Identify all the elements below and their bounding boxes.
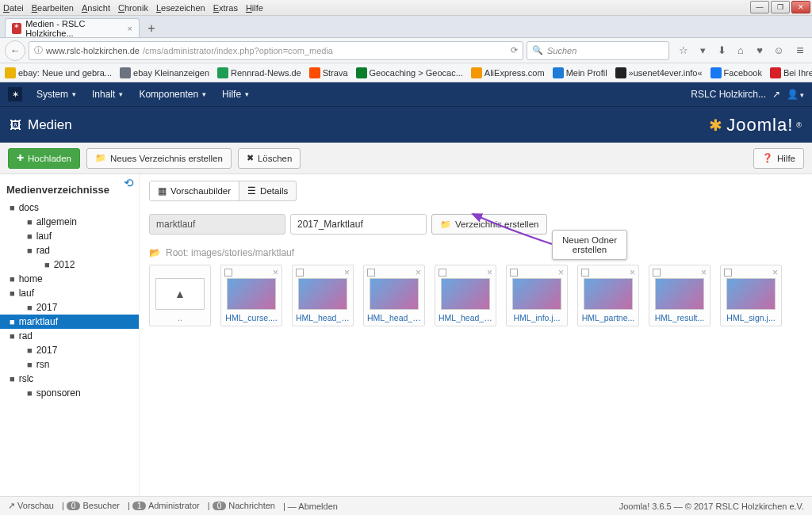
download-icon[interactable]: ⬇ — [715, 44, 728, 57]
menu-komponenten[interactable]: Komponenten — [132, 89, 213, 100]
thumb-delete-icon[interactable]: × — [416, 267, 421, 278]
new-folder-input[interactable] — [290, 214, 427, 235]
thumbnail-image — [441, 278, 490, 310]
url-bar[interactable]: ⓘ www.rslc-holzkirchen.de/cms/administra… — [29, 41, 523, 60]
joomla-mark-icon: ✱ — [709, 116, 723, 135]
media-thumbnail[interactable]: ×HML_curse.... — [220, 265, 282, 326]
thumb-caption: HML_partne... — [581, 313, 635, 322]
create-folder-button[interactable]: 📁Verzeichnis erstellen — [431, 214, 547, 235]
bookmark-item[interactable]: AliExpress.com — [471, 67, 545, 78]
media-thumbnail[interactable]: ×HML_head_2... — [363, 265, 425, 326]
folder-icon: ■ — [27, 231, 33, 241]
folder-icon: ■ — [10, 274, 15, 284]
new-tab-button[interactable]: + — [143, 20, 160, 37]
tree-node[interactable]: ■2017 — [0, 343, 139, 357]
thumb-checkbox[interactable] — [439, 269, 446, 277]
window-minimize-button[interactable]: — — [750, 1, 769, 13]
bookmark-item[interactable]: Bei Ihrem Konto anme... — [770, 67, 812, 78]
thumbnail-image — [227, 278, 276, 310]
reload-icon[interactable]: ⟳ — [511, 45, 518, 55]
collapse-sidebar-icon[interactable]: ⟲ — [124, 176, 134, 190]
tree-node[interactable]: ■lauf — [0, 286, 139, 300]
menu-lesezeichen[interactable]: Lesezeichen — [156, 3, 205, 13]
joomla-logo-icon[interactable]: ✶ — [8, 87, 22, 101]
thumb-checkbox[interactable] — [296, 269, 304, 277]
tree-node[interactable]: ■home — [0, 272, 139, 286]
media-thumbnail[interactable]: ×HML_result... — [649, 265, 710, 326]
media-thumbnail[interactable]: ×HML_head_1... — [292, 265, 354, 326]
media-thumbnail[interactable]: ×HML_info.j... — [506, 265, 568, 326]
tree-node[interactable]: ■marktlauf — [0, 315, 139, 329]
sync-icon[interactable]: ♥ — [753, 44, 766, 57]
tree-node[interactable]: ■rslc — [0, 372, 139, 386]
tree-node[interactable]: ■docs — [0, 200, 139, 215]
help-button[interactable]: ❓Hilfe — [753, 148, 804, 169]
tree-node[interactable]: ■rad — [0, 243, 139, 258]
menu-chronik[interactable]: Chronik — [118, 3, 148, 13]
back-button[interactable]: ← — [5, 40, 25, 61]
thumb-checkbox[interactable] — [367, 269, 375, 277]
tree-node[interactable]: ■allgemein — [0, 215, 139, 229]
star-icon[interactable]: ☆ — [677, 44, 690, 57]
thumb-delete-icon[interactable]: × — [487, 267, 492, 278]
tree-node[interactable]: ■rsn — [0, 357, 139, 372]
menu-hilfe[interactable]: Hilfe — [246, 3, 263, 13]
menu-bearbeiten[interactable]: Bearbeiten — [32, 3, 74, 13]
preview-link[interactable]: ↗ Vorschau — [8, 501, 54, 511]
window-close-button[interactable]: ✕ — [791, 1, 810, 13]
media-thumbnail[interactable]: ×HML_partne... — [577, 265, 639, 326]
bookmark-item[interactable]: Strava — [309, 67, 348, 78]
addons-icon[interactable]: ☺ — [772, 44, 785, 57]
thumb-delete-icon[interactable]: × — [772, 267, 778, 278]
new-folder-button[interactable]: 📁Neues Verzeichnis erstellen — [86, 148, 232, 169]
tree-node[interactable]: ■lauf — [0, 229, 139, 243]
tab-close-icon[interactable]: × — [128, 24, 132, 33]
tree-node[interactable]: ■sponsoren — [0, 386, 139, 400]
menu-inhalt[interactable]: Inhalt — [86, 89, 129, 100]
thumb-delete-icon[interactable]: × — [558, 267, 564, 278]
window-maximize-button[interactable]: ❐ — [771, 1, 790, 13]
menu-ansicht[interactable]: Ansicht — [82, 3, 110, 13]
thumb-caption: .. — [153, 313, 207, 322]
tree-node[interactable]: ■rad — [0, 329, 139, 343]
thumb-checkbox[interactable] — [581, 269, 589, 277]
thumb-delete-icon[interactable]: × — [701, 267, 707, 278]
up-folder-item[interactable]: ▲.. — [149, 265, 211, 326]
bookmark-item[interactable]: Geocaching > Geocac... — [356, 67, 463, 78]
media-thumbnail[interactable]: ×HML_head_3... — [435, 265, 496, 326]
home-icon[interactable]: ⌂ — [734, 44, 747, 57]
external-link-icon[interactable]: ↗ — [772, 89, 780, 100]
view-thumbnails-tab[interactable]: ▦Vorschaubilder — [150, 181, 239, 200]
bookmark-item[interactable]: Facebook — [710, 67, 762, 78]
bookmark-item[interactable]: Rennrad-News.de — [217, 67, 301, 78]
site-name[interactable]: RSLC Holzkirch... — [691, 89, 766, 100]
thumb-delete-icon[interactable]: × — [630, 267, 635, 278]
upload-button[interactable]: ✚Hochladen — [8, 148, 80, 169]
logout-link[interactable]: | — Abmelden — [283, 502, 338, 511]
pocket-icon[interactable]: ▾ — [696, 44, 709, 57]
menu-hilfe[interactable]: Hilfe — [216, 89, 255, 100]
user-menu[interactable]: 👤 — [787, 89, 804, 100]
status-bar: ↗ Vorschau | 0 Besucher | 1 Administrato… — [0, 496, 812, 515]
thumb-checkbox[interactable] — [653, 269, 661, 277]
bookmark-item[interactable]: »usenet4ever.info« — [615, 67, 703, 78]
thumb-checkbox[interactable] — [224, 269, 232, 277]
bookmark-item[interactable]: ebay: Neue und gebra... — [5, 67, 112, 78]
hamburger-menu-button[interactable]: ≡ — [793, 44, 807, 58]
thumb-delete-icon[interactable]: × — [273, 267, 278, 278]
menu-system[interactable]: System — [30, 89, 82, 100]
menu-extras[interactable]: Extras — [213, 3, 238, 13]
thumb-checkbox[interactable] — [510, 269, 518, 277]
bookmark-item[interactable]: ebay Kleinanzeigen — [120, 67, 209, 78]
delete-button[interactable]: ✖Löschen — [238, 148, 301, 169]
bookmark-item[interactable]: Mein Profil — [553, 67, 607, 78]
menu-datei[interactable]: Datei — [3, 3, 24, 13]
tree-node[interactable]: ■2012 — [0, 258, 139, 272]
browser-search-input[interactable]: 🔍 Suchen — [527, 41, 669, 60]
tree-node[interactable]: ■2017 — [0, 300, 139, 315]
thumb-checkbox[interactable] — [724, 269, 732, 277]
media-thumbnail[interactable]: ×HML_sign.j... — [720, 265, 782, 326]
view-details-tab[interactable]: ☰Details — [239, 181, 296, 200]
browser-tab[interactable]: Medien - RSLC Holzkirche... × — [5, 18, 140, 37]
thumb-delete-icon[interactable]: × — [344, 267, 350, 278]
